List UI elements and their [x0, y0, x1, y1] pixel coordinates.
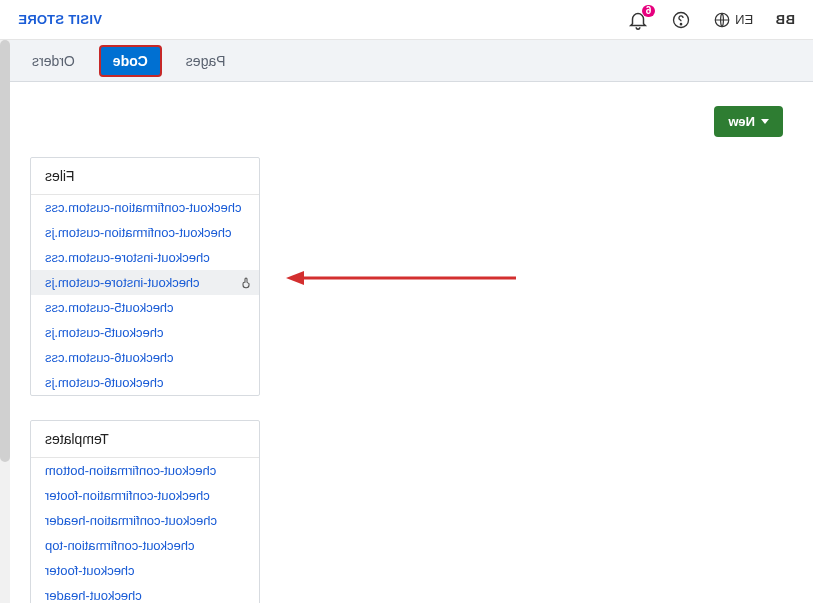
new-button-label: New [728, 114, 755, 129]
file-link[interactable]: checkout5-custom.js [45, 325, 164, 340]
list-item[interactable]: checkout-confirmation-header [31, 508, 259, 533]
list-item[interactable]: checkout-header [31, 583, 259, 603]
file-link[interactable]: checkout-instore-custom.js [45, 275, 200, 290]
visit-store-link[interactable]: VISIT STORE [18, 12, 102, 27]
list-item-highlighted[interactable]: checkout-instore-custom.js [31, 270, 259, 295]
templates-panel: Templates checkout-confirmation-bottom c… [30, 420, 260, 603]
template-link[interactable]: checkout-confirmation-footer [45, 488, 210, 503]
svg-point-2 [680, 23, 681, 24]
template-link[interactable]: checkout-confirmation-bottom [45, 463, 216, 478]
tabs-bar: Pages Code Orders [0, 40, 813, 82]
list-item[interactable]: checkout6-custom.css [31, 345, 259, 370]
files-panel: Files checkout-confirmation-custom.css c… [30, 157, 260, 396]
files-list: checkout-confirmation-custom.css checkou… [31, 195, 259, 395]
chevron-down-icon [761, 119, 769, 124]
file-link[interactable]: checkout6-custom.js [45, 375, 164, 390]
file-link[interactable]: checkout6-custom.css [45, 350, 174, 365]
scrollbar[interactable] [0, 40, 10, 603]
file-link[interactable]: checkout-confirmation-custom.js [45, 225, 231, 240]
file-link[interactable]: checkout5-custom.css [45, 300, 174, 315]
top-bar-left: BB EN 6 [627, 9, 795, 31]
file-link[interactable]: checkout-instore-custom.css [45, 250, 210, 265]
tab-code[interactable]: Code [99, 45, 162, 77]
list-item[interactable]: checkout-confirmation-custom.css [31, 195, 259, 220]
list-item[interactable]: checkout-confirmation-custom.js [31, 220, 259, 245]
user-initials[interactable]: BB [775, 12, 795, 27]
top-bar: BB EN 6 VISIT STORE [0, 0, 813, 40]
templates-panel-header: Templates [31, 421, 259, 458]
list-item[interactable]: checkout5-custom.js [31, 320, 259, 345]
notification-badge: 6 [642, 5, 656, 17]
toolbar-row: New [30, 106, 783, 137]
new-button[interactable]: New [714, 106, 783, 137]
scrollbar-thumb[interactable] [0, 40, 10, 462]
list-item[interactable]: checkout5-custom.css [31, 295, 259, 320]
template-link[interactable]: checkout-confirmation-header [45, 513, 217, 528]
notifications-icon[interactable]: 6 [627, 9, 649, 31]
tab-pages[interactable]: Pages [174, 47, 238, 75]
file-link[interactable]: checkout-confirmation-custom.css [45, 200, 242, 215]
files-panel-header: Files [31, 158, 259, 195]
main-content: New Files checkout-confirmation-custom.c… [0, 82, 813, 603]
list-item[interactable]: checkout-confirmation-top [31, 533, 259, 558]
globe-icon [713, 11, 731, 29]
language-label: EN [735, 12, 753, 27]
template-link[interactable]: checkout-footer [45, 563, 135, 578]
list-item[interactable]: checkout6-custom.js [31, 370, 259, 395]
tab-orders[interactable]: Orders [20, 47, 87, 75]
help-icon[interactable] [671, 10, 691, 30]
list-item[interactable]: checkout-footer [31, 558, 259, 583]
list-item[interactable]: checkout-instore-custom.css [31, 245, 259, 270]
hand-cursor-icon [237, 275, 253, 291]
templates-list: checkout-confirmation-bottom checkout-co… [31, 458, 259, 603]
list-item[interactable]: checkout-confirmation-bottom [31, 458, 259, 483]
template-link[interactable]: checkout-confirmation-top [45, 538, 195, 553]
language-selector[interactable]: EN [713, 11, 753, 29]
list-item[interactable]: checkout-confirmation-footer [31, 483, 259, 508]
template-link[interactable]: checkout-header [45, 588, 142, 603]
